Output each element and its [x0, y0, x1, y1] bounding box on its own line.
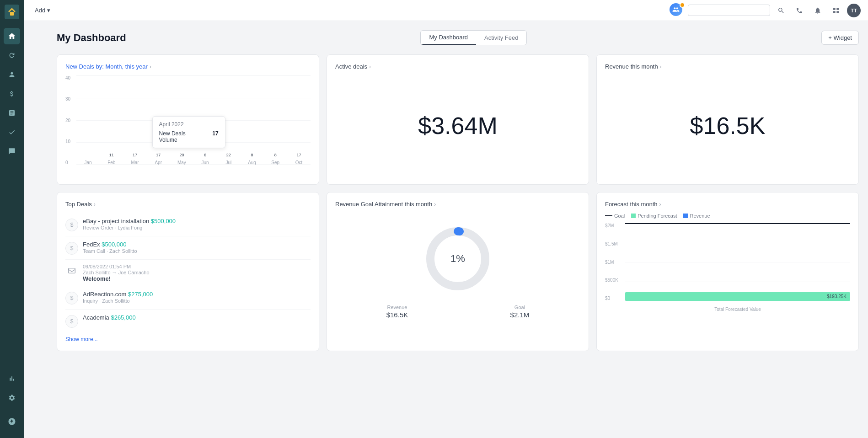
forecast-chart: $2M $1.5M $1M $500K $0 [605, 223, 850, 315]
forecast-x-label: Total Forecasted Value [625, 307, 850, 312]
list-item[interactable]: $ FedEx $500,000 Team Call · Zach Sollit… [65, 236, 311, 260]
header-tabs: My Dashboard Activity Feed [420, 30, 527, 45]
bar-jun[interactable]: 6 Jun [194, 153, 216, 165]
bar-sep[interactable]: 8 Sep [265, 153, 286, 165]
page-header: My Dashboard My Dashboard Activity Feed … [57, 30, 859, 45]
deal-name-2: FedEx $500,000 [83, 241, 311, 248]
chevron-down-icon: ▾ [47, 7, 50, 14]
topbar: Add ▾ TT [24, 0, 868, 21]
sidebar-item-messages[interactable] [4, 143, 20, 160]
bar-jul[interactable]: 22 Jul [218, 153, 239, 165]
tab-dashboard[interactable]: My Dashboard [421, 31, 476, 45]
revenue-chevron: › [660, 64, 662, 70]
notification-badge [680, 2, 685, 8]
donut-stat-goal: Goal $2.1M [510, 304, 530, 319]
new-deals-title-link[interactable]: New Deals by: Month, this year [65, 63, 148, 70]
bar-oct[interactable]: 17 Oct [288, 153, 310, 165]
bar-apr[interactable]: 17 Apr April 2022 New Deals Volume 17 [148, 153, 169, 165]
add-widget-button[interactable]: + Widget [821, 31, 859, 45]
forecast-chevron: › [659, 201, 661, 208]
avatar[interactable]: TT [847, 4, 861, 17]
y-label-40: 40 [65, 75, 70, 80]
bar-aug[interactable]: 8 Aug [241, 153, 263, 165]
forecast-title: Forecast [605, 201, 628, 208]
sidebar-item-home[interactable] [4, 28, 20, 44]
sidebar-item-contacts[interactable] [4, 66, 20, 83]
list-item[interactable]: $ Academia $265,000 [65, 310, 311, 332]
chevron-icon: › [150, 64, 151, 70]
collaboration-icon[interactable] [670, 3, 684, 18]
deal-sub-2: Team Call · Zach Sollitto [83, 248, 311, 254]
forecast-bar-value: $193.25K [827, 294, 847, 299]
donut-percentage: 1% [450, 253, 465, 265]
bar-chart-container: 40 30 20 10 0 [65, 75, 311, 176]
active-deals-value: $3.64M [335, 75, 580, 176]
add-label: Add [35, 7, 45, 14]
bars-group: Jan 11 Feb 17 Mar [76, 75, 311, 165]
sidebar-logo[interactable] [5, 5, 19, 19]
bar-jan[interactable]: Jan [77, 157, 99, 165]
pending-forecast-bar: $193.25K [625, 292, 850, 301]
active-deals-chevron: › [369, 64, 371, 70]
deal-name-3: AdReaction.com $275,000 [83, 291, 311, 298]
sidebar-item-tasks[interactable] [4, 124, 20, 140]
deal-icon-4: $ [65, 315, 78, 328]
legend-pending: Pending Forecast [631, 213, 677, 219]
legend-revenue-box [683, 214, 688, 218]
donut-chart: 1% [421, 222, 494, 295]
top-deals-title: Top Deals [65, 201, 92, 208]
main-content: My Dashboard My Dashboard Activity Feed … [48, 21, 868, 438]
svg-rect-0 [10, 12, 14, 16]
y-label-10: 10 [65, 139, 70, 144]
deal-name-4: Academia $265,000 [83, 314, 311, 321]
revenue-month-title: Revenue this month [605, 63, 658, 70]
deal-name-1: eBay - project installation $500,000 [83, 218, 311, 224]
grid-icon[interactable] [829, 3, 843, 18]
bar-may[interactable]: 20 May [171, 153, 193, 165]
add-button[interactable]: Add ▾ [31, 5, 54, 16]
list-item[interactable]: $ eBay - project installation $500,000 R… [65, 213, 311, 236]
sidebar-item-settings[interactable] [4, 390, 20, 406]
forecast-card: Forecast this month › Goal Pending Forec… [596, 192, 859, 351]
active-deals-title: Active deals [335, 63, 367, 70]
search-icon[interactable] [774, 3, 788, 18]
deal-email-date: 09/08/2022 01:54 PM [83, 264, 311, 269]
sidebar-item-analytics[interactable] [4, 370, 20, 387]
deal-sub-3: Inquiry · Zach Sollitto [83, 298, 311, 304]
show-more-link[interactable]: Show more... [65, 336, 311, 342]
y-label-30: 30 [65, 96, 70, 101]
svg-rect-1 [69, 268, 75, 273]
y-label-20: 20 [65, 118, 70, 123]
deal-email-item[interactable]: 09/08/2022 01:54 PM Zach Sollitto → Joe … [65, 260, 311, 286]
deal-icon-3: $ [65, 292, 78, 304]
bar-feb[interactable]: 11 Feb [101, 153, 122, 165]
page-title: My Dashboard [57, 32, 126, 44]
donut-stats: Revenue $16.5K Goal $2.1M [335, 304, 580, 319]
revenue-month-card: Revenue this month › $16.5K [596, 54, 859, 185]
forecast-legend: Goal Pending Forecast Revenue [605, 213, 850, 219]
deal-email-message: Welcome! [83, 275, 311, 282]
legend-pending-box [631, 214, 636, 218]
legend-revenue: Revenue [683, 213, 710, 219]
deal-icon-1: $ [65, 219, 78, 231]
legend-goal-dash [605, 215, 612, 216]
list-item[interactable]: $ AdReaction.com $275,000 Inquiry · Zach… [65, 286, 311, 310]
legend-goal: Goal [605, 213, 625, 219]
goal-line [625, 223, 850, 224]
bell-icon[interactable] [810, 3, 825, 18]
sidebar-item-zendesk[interactable] [4, 413, 20, 430]
revenue-goal-chevron: › [434, 201, 436, 208]
bar-mar[interactable]: 17 Mar [124, 153, 145, 165]
search-input[interactable] [688, 5, 770, 16]
chart-area: Jan 11 Feb 17 Mar [76, 75, 311, 165]
dashboard-grid: New Deals by: Month, this year › 🗑 40 30… [57, 54, 859, 351]
top-deals-chevron: › [94, 201, 96, 208]
revenue-month-value: $16.5K [605, 75, 850, 176]
sidebar-item-refresh[interactable] [4, 47, 20, 64]
sidebar-item-deals[interactable] [4, 85, 20, 102]
tab-activity[interactable]: Activity Feed [476, 31, 526, 45]
new-deals-card: New Deals by: Month, this year › 🗑 40 30… [57, 54, 319, 185]
phone-icon[interactable] [792, 3, 807, 18]
active-deals-card: Active deals › $3.64M [327, 54, 589, 185]
sidebar-item-reports[interactable] [4, 105, 20, 121]
